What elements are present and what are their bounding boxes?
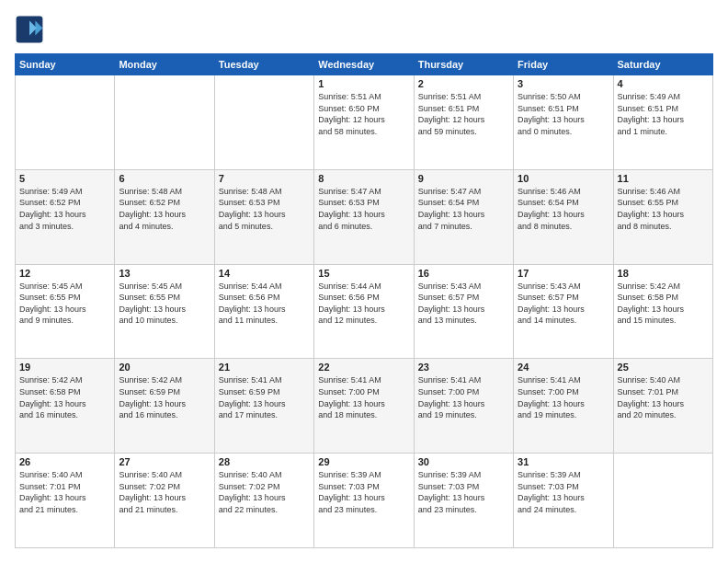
day-info: Sunrise: 5:40 AM Sunset: 7:02 PM Dayligh… xyxy=(119,469,210,515)
day-info: Sunrise: 5:41 AM Sunset: 6:59 PM Dayligh… xyxy=(219,374,310,420)
logo xyxy=(15,15,48,44)
calendar-cell: 22Sunrise: 5:41 AM Sunset: 7:00 PM Dayli… xyxy=(314,359,414,454)
calendar-cell: 12Sunrise: 5:45 AM Sunset: 6:55 PM Dayli… xyxy=(16,264,115,359)
day-info: Sunrise: 5:39 AM Sunset: 7:03 PM Dayligh… xyxy=(518,469,609,515)
day-number: 18 xyxy=(618,268,709,279)
calendar-cell xyxy=(115,75,214,170)
calendar-cell: 9Sunrise: 5:47 AM Sunset: 6:54 PM Daylig… xyxy=(414,169,513,264)
calendar-cell: 16Sunrise: 5:43 AM Sunset: 6:57 PM Dayli… xyxy=(414,264,513,359)
day-info: Sunrise: 5:44 AM Sunset: 6:56 PM Dayligh… xyxy=(318,281,409,327)
day-info: Sunrise: 5:49 AM Sunset: 6:52 PM Dayligh… xyxy=(19,186,110,232)
day-info: Sunrise: 5:47 AM Sunset: 6:54 PM Dayligh… xyxy=(418,186,509,232)
calendar-cell: 4Sunrise: 5:49 AM Sunset: 6:51 PM Daylig… xyxy=(613,75,712,170)
calendar-cell: 15Sunrise: 5:44 AM Sunset: 6:56 PM Dayli… xyxy=(314,264,414,359)
day-info: Sunrise: 5:48 AM Sunset: 6:52 PM Dayligh… xyxy=(119,186,210,232)
calendar-cell: 23Sunrise: 5:41 AM Sunset: 7:00 PM Dayli… xyxy=(414,359,513,454)
calendar-header-saturday: Saturday xyxy=(613,54,712,75)
calendar-header-sunday: Sunday xyxy=(16,54,115,75)
day-info: Sunrise: 5:46 AM Sunset: 6:55 PM Dayligh… xyxy=(618,186,709,232)
day-info: Sunrise: 5:41 AM Sunset: 7:00 PM Dayligh… xyxy=(518,374,609,420)
calendar-week-2: 5Sunrise: 5:49 AM Sunset: 6:52 PM Daylig… xyxy=(16,169,713,264)
calendar-cell: 6Sunrise: 5:48 AM Sunset: 6:52 PM Daylig… xyxy=(115,169,214,264)
day-info: Sunrise: 5:48 AM Sunset: 6:53 PM Dayligh… xyxy=(219,186,310,232)
day-number: 13 xyxy=(119,268,210,279)
calendar-header-thursday: Thursday xyxy=(414,54,513,75)
day-number: 16 xyxy=(418,268,509,279)
day-number: 6 xyxy=(119,173,210,184)
day-info: Sunrise: 5:42 AM Sunset: 6:58 PM Dayligh… xyxy=(19,374,110,420)
calendar-header-tuesday: Tuesday xyxy=(214,54,313,75)
calendar-cell: 29Sunrise: 5:39 AM Sunset: 7:03 PM Dayli… xyxy=(314,454,414,548)
day-number: 7 xyxy=(219,173,310,184)
calendar-cell: 27Sunrise: 5:40 AM Sunset: 7:02 PM Dayli… xyxy=(115,454,214,548)
day-number: 20 xyxy=(119,362,210,373)
day-number: 25 xyxy=(618,362,709,373)
calendar-cell: 26Sunrise: 5:40 AM Sunset: 7:01 PM Dayli… xyxy=(16,454,115,548)
calendar-cell: 31Sunrise: 5:39 AM Sunset: 7:03 PM Dayli… xyxy=(514,454,613,548)
day-info: Sunrise: 5:44 AM Sunset: 6:56 PM Dayligh… xyxy=(219,281,310,327)
calendar-cell: 24Sunrise: 5:41 AM Sunset: 7:00 PM Dayli… xyxy=(514,359,613,454)
calendar-cell: 5Sunrise: 5:49 AM Sunset: 6:52 PM Daylig… xyxy=(16,169,115,264)
calendar-header-monday: Monday xyxy=(115,54,214,75)
calendar-cell: 14Sunrise: 5:44 AM Sunset: 6:56 PM Dayli… xyxy=(214,264,313,359)
calendar-table: SundayMondayTuesdayWednesdayThursdayFrid… xyxy=(15,53,713,548)
calendar-week-3: 12Sunrise: 5:45 AM Sunset: 6:55 PM Dayli… xyxy=(16,264,713,359)
calendar-cell: 20Sunrise: 5:42 AM Sunset: 6:59 PM Dayli… xyxy=(115,359,214,454)
calendar-header-wednesday: Wednesday xyxy=(314,54,414,75)
day-info: Sunrise: 5:40 AM Sunset: 7:02 PM Dayligh… xyxy=(219,469,310,515)
logo-icon xyxy=(15,15,44,44)
day-number: 29 xyxy=(318,456,409,467)
day-info: Sunrise: 5:41 AM Sunset: 7:00 PM Dayligh… xyxy=(318,374,409,420)
day-number: 21 xyxy=(219,362,310,373)
day-number: 19 xyxy=(19,362,110,373)
header xyxy=(15,15,713,44)
calendar-cell: 21Sunrise: 5:41 AM Sunset: 6:59 PM Dayli… xyxy=(214,359,313,454)
calendar-cell: 10Sunrise: 5:46 AM Sunset: 6:54 PM Dayli… xyxy=(514,169,613,264)
calendar-week-5: 26Sunrise: 5:40 AM Sunset: 7:01 PM Dayli… xyxy=(16,454,713,548)
day-number: 3 xyxy=(518,78,609,89)
page: SundayMondayTuesdayWednesdayThursdayFrid… xyxy=(0,0,728,563)
day-number: 2 xyxy=(418,78,509,89)
day-info: Sunrise: 5:40 AM Sunset: 7:01 PM Dayligh… xyxy=(19,469,110,515)
day-info: Sunrise: 5:40 AM Sunset: 7:01 PM Dayligh… xyxy=(618,374,709,420)
calendar-cell: 7Sunrise: 5:48 AM Sunset: 6:53 PM Daylig… xyxy=(214,169,313,264)
day-number: 9 xyxy=(418,173,509,184)
calendar-cell xyxy=(214,75,313,170)
day-info: Sunrise: 5:39 AM Sunset: 7:03 PM Dayligh… xyxy=(318,469,409,515)
calendar-week-1: 1Sunrise: 5:51 AM Sunset: 6:50 PM Daylig… xyxy=(16,75,713,170)
day-info: Sunrise: 5:46 AM Sunset: 6:54 PM Dayligh… xyxy=(518,186,609,232)
day-number: 4 xyxy=(618,78,709,89)
calendar-cell xyxy=(613,454,712,548)
day-info: Sunrise: 5:45 AM Sunset: 6:55 PM Dayligh… xyxy=(19,281,110,327)
calendar-cell: 18Sunrise: 5:42 AM Sunset: 6:58 PM Dayli… xyxy=(613,264,712,359)
day-info: Sunrise: 5:41 AM Sunset: 7:00 PM Dayligh… xyxy=(418,374,509,420)
day-number: 14 xyxy=(219,268,310,279)
day-number: 1 xyxy=(318,78,409,89)
day-number: 23 xyxy=(418,362,509,373)
day-number: 11 xyxy=(618,173,709,184)
day-number: 15 xyxy=(318,268,409,279)
calendar-cell: 13Sunrise: 5:45 AM Sunset: 6:55 PM Dayli… xyxy=(115,264,214,359)
day-number: 27 xyxy=(119,456,210,467)
day-info: Sunrise: 5:49 AM Sunset: 6:51 PM Dayligh… xyxy=(618,91,709,137)
calendar-header-row: SundayMondayTuesdayWednesdayThursdayFrid… xyxy=(16,54,713,75)
day-info: Sunrise: 5:51 AM Sunset: 6:50 PM Dayligh… xyxy=(318,91,409,137)
calendar-cell xyxy=(16,75,115,170)
day-info: Sunrise: 5:51 AM Sunset: 6:51 PM Dayligh… xyxy=(418,91,509,137)
day-number: 24 xyxy=(518,362,609,373)
day-number: 22 xyxy=(318,362,409,373)
calendar-cell: 2Sunrise: 5:51 AM Sunset: 6:51 PM Daylig… xyxy=(414,75,513,170)
day-number: 12 xyxy=(19,268,110,279)
calendar-header-friday: Friday xyxy=(514,54,613,75)
calendar-cell: 11Sunrise: 5:46 AM Sunset: 6:55 PM Dayli… xyxy=(613,169,712,264)
calendar-cell: 19Sunrise: 5:42 AM Sunset: 6:58 PM Dayli… xyxy=(16,359,115,454)
day-number: 17 xyxy=(518,268,609,279)
day-number: 10 xyxy=(518,173,609,184)
calendar-cell: 8Sunrise: 5:47 AM Sunset: 6:53 PM Daylig… xyxy=(314,169,414,264)
calendar-cell: 25Sunrise: 5:40 AM Sunset: 7:01 PM Dayli… xyxy=(613,359,712,454)
day-number: 26 xyxy=(19,456,110,467)
day-info: Sunrise: 5:43 AM Sunset: 6:57 PM Dayligh… xyxy=(518,281,609,327)
day-number: 30 xyxy=(418,456,509,467)
day-number: 8 xyxy=(318,173,409,184)
calendar-cell: 1Sunrise: 5:51 AM Sunset: 6:50 PM Daylig… xyxy=(314,75,414,170)
